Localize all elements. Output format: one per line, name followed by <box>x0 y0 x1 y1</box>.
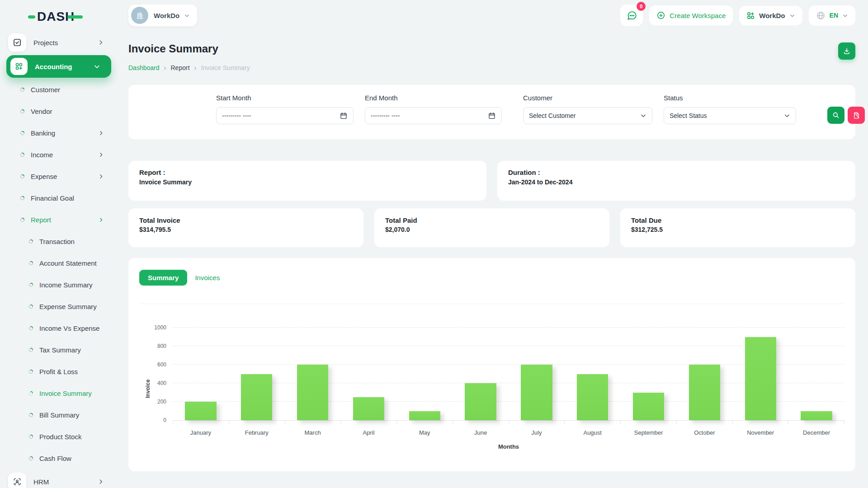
axis-tick <box>677 421 733 424</box>
sidebar-item-product-stock[interactable]: Product Stock <box>0 426 118 447</box>
bullet-icon <box>20 109 25 114</box>
sidebar-item-tax-summary[interactable]: Tax Summary <box>0 339 118 361</box>
customer-select-value: Select Customer <box>529 112 576 119</box>
sidebar-item-projects[interactable]: Projects <box>0 32 118 53</box>
chevron-down-icon <box>842 13 848 19</box>
bullet-icon <box>28 434 33 439</box>
axis-tick <box>621 421 677 424</box>
sidebar-item-cash-flow[interactable]: Cash Flow <box>0 447 118 469</box>
bar-august[interactable] <box>577 374 608 421</box>
divider <box>139 304 844 304</box>
breadcrumb: Dashboard › Report › Invoice Summary <box>128 64 855 71</box>
sidebar-item-label: Expense Summary <box>39 303 104 310</box>
total-due-card: Total Due $312,725.5 <box>620 208 855 247</box>
status-select[interactable]: Select Status <box>664 107 796 124</box>
chevron-right-icon <box>98 217 104 223</box>
sidebar-item-customer[interactable]: Customer <box>0 79 118 100</box>
bullet-icon <box>28 347 33 352</box>
bullet-icon <box>28 326 33 331</box>
report-info-row: Report : Invoice Summary Duration : Jan-… <box>128 161 855 201</box>
sidebar-nav: Projects Accounting Customer <box>0 32 118 488</box>
total-invoice-card: Total Invoice $314,795.5 <box>128 208 363 247</box>
sidebar-item-invoice-summary[interactable]: Invoice Summary <box>0 382 118 404</box>
start-month-field: Start Month --------- ---- <box>216 94 354 124</box>
bar-november[interactable] <box>745 337 776 421</box>
sidebar-item-income[interactable]: Income <box>0 144 118 165</box>
breadcrumb-report[interactable]: Report <box>171 64 190 71</box>
x-label-august: August <box>565 429 621 436</box>
sidebar-item-vendor[interactable]: Vendor <box>0 100 118 122</box>
bar-march[interactable] <box>297 365 328 420</box>
sidebar-item-bill-summary[interactable]: Bill Summary <box>0 404 118 426</box>
bullet-icon <box>20 217 25 222</box>
page-title: Invoice Summary <box>128 42 218 55</box>
axis-tick <box>341 421 397 424</box>
y-tick-800: 800 <box>157 343 166 349</box>
account-menu-label: WorkDo <box>759 12 785 19</box>
bar-july[interactable] <box>521 365 552 420</box>
sidebar-item-transaction[interactable]: Transaction <box>0 230 118 252</box>
y-axis-title: Invoice <box>145 343 151 435</box>
sidebar-item-hrm[interactable]: HRM <box>0 471 118 488</box>
dash-logo[interactable]: DASH <box>0 4 118 30</box>
report-label: Report : <box>139 169 476 176</box>
bar-june[interactable] <box>465 383 496 420</box>
bar-september[interactable] <box>633 393 664 421</box>
sidebar-item-profit-loss[interactable]: Profit & Loss <box>0 361 118 382</box>
sidebar-item-expense-summary[interactable]: Expense Summary <box>0 296 118 317</box>
download-button[interactable] <box>838 42 855 60</box>
tab-invoices[interactable]: Invoices <box>195 274 220 282</box>
logo-dash-icon <box>67 15 83 19</box>
reset-filter-button[interactable] <box>848 107 865 124</box>
chart-plot: 02004006008001000 <box>173 328 844 420</box>
sidebar-item-label: Product Stock <box>39 433 104 441</box>
sidebar-item-banking[interactable]: Banking <box>0 122 118 144</box>
sidebar-item-accounting[interactable]: Accounting <box>6 55 111 78</box>
bar-may[interactable] <box>409 411 440 421</box>
breadcrumb-current: Invoice Summary <box>201 64 250 71</box>
top-bar: WorkDo 0 Create Workspace WorkDo <box>128 0 855 26</box>
bar-january[interactable] <box>185 402 216 420</box>
main-content: WorkDo 0 Create Workspace WorkDo <box>118 0 868 488</box>
create-workspace-button[interactable]: Create Workspace <box>649 5 733 25</box>
bullet-icon <box>28 239 33 244</box>
scan-user-icon <box>8 473 26 488</box>
account-menu[interactable]: WorkDo <box>739 6 802 25</box>
bar-april[interactable] <box>353 397 384 420</box>
y-tick-1000: 1000 <box>154 324 166 331</box>
breadcrumb-dashboard[interactable]: Dashboard <box>128 64 160 71</box>
search-button[interactable] <box>827 107 844 124</box>
language-code: EN <box>830 12 838 19</box>
stat-label: Total Paid <box>385 216 599 224</box>
end-month-label: End Month <box>365 94 502 102</box>
bar-october[interactable] <box>689 365 720 420</box>
sidebar-item-account-statement[interactable]: Account Statement <box>0 252 118 274</box>
duration-label: Duration : <box>508 169 844 176</box>
sidebar-item-label: Profit & Loss <box>39 368 104 375</box>
bar-slot-june <box>453 328 509 420</box>
bar-slot-february <box>229 328 285 420</box>
sidebar-item-label: Projects <box>33 39 98 47</box>
start-month-input[interactable]: --------- ---- <box>216 107 354 124</box>
messages-button[interactable]: 0 <box>620 5 643 26</box>
end-month-input[interactable]: --------- ---- <box>365 107 502 124</box>
globe-icon <box>816 11 826 20</box>
chevron-down-icon <box>789 13 795 19</box>
sidebar-item-financial-goal[interactable]: Financial Goal <box>0 187 118 209</box>
sidebar-item-income-vs-expense[interactable]: Income Vs Expense <box>0 317 118 339</box>
tab-summary[interactable]: Summary <box>139 270 187 286</box>
sidebar-item-expense[interactable]: Expense <box>0 165 118 187</box>
report-value: Invoice Summary <box>139 178 476 186</box>
sidebar-item-report[interactable]: Report <box>0 209 118 230</box>
y-tick-0: 0 <box>163 417 166 423</box>
language-selector[interactable]: EN <box>809 5 855 26</box>
customer-select[interactable]: Select Customer <box>523 107 652 124</box>
bullet-icon <box>20 131 25 136</box>
sidebar-item-income-summary[interactable]: Income Summary <box>0 274 118 296</box>
bar-december[interactable] <box>801 411 832 421</box>
workspace-switcher[interactable]: WorkDo <box>128 5 197 26</box>
workspace-name: WorkDo <box>154 12 179 19</box>
bar-february[interactable] <box>241 374 272 421</box>
customer-label: Customer <box>523 94 652 102</box>
status-select-value: Select Status <box>670 112 707 119</box>
